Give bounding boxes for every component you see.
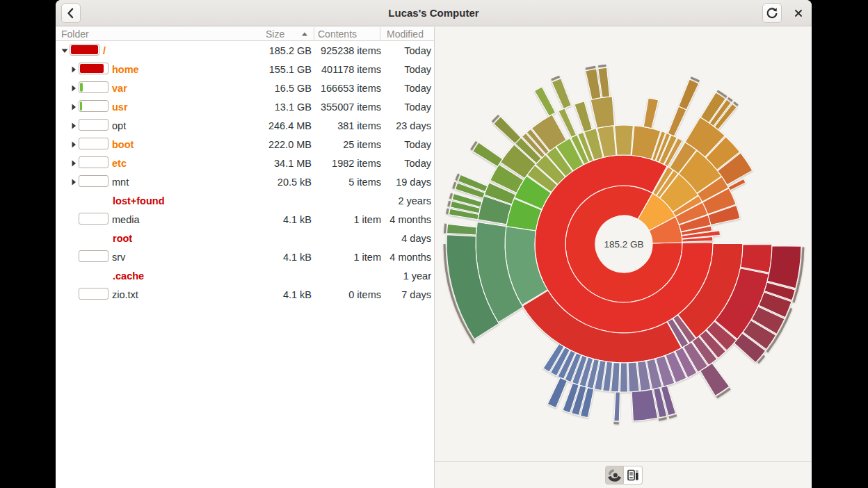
svg-text:185.2 GB: 185.2 GB <box>604 239 643 250</box>
